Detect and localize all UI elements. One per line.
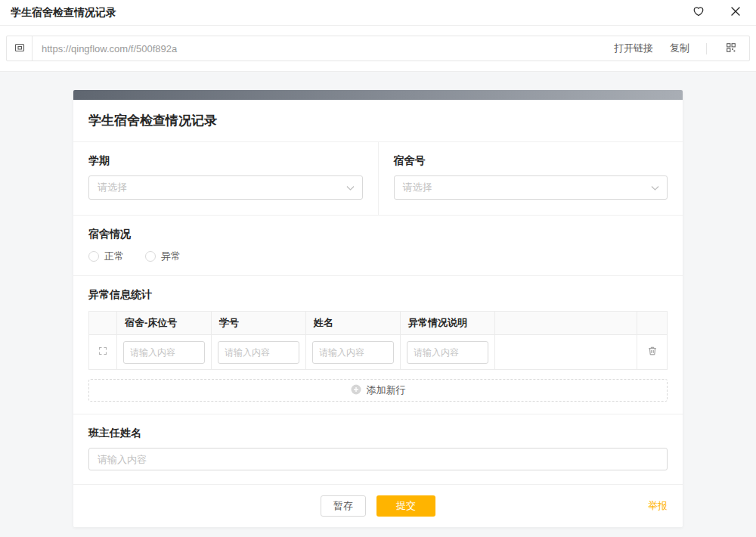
student-id-input[interactable]	[218, 341, 299, 364]
radio-option-abnormal[interactable]: 异常	[145, 250, 181, 263]
row-drag-cell[interactable]	[89, 335, 117, 370]
radio-option-normal[interactable]: 正常	[88, 250, 124, 263]
table-row	[89, 335, 668, 370]
teacher-name-label: 班主任姓名	[88, 427, 668, 440]
radio-label: 异常	[161, 250, 181, 263]
embed-icon	[14, 42, 26, 56]
teacher-name-field: 班主任姓名	[73, 414, 683, 485]
select-fields-row: 学期 请选择 宿舍号 请选择	[73, 142, 683, 216]
form-title-row: 学生宿舍检查情况记录	[73, 100, 683, 142]
bed-input[interactable]	[123, 341, 205, 364]
form-footer: 暂存 提交 举报	[73, 485, 683, 527]
add-row-label: 添加新行	[367, 383, 406, 397]
copy-link-button[interactable]: 复制	[670, 42, 689, 55]
url-actions: 打开链接 复制	[614, 40, 749, 57]
dorm-status-options: 正常 异常	[88, 250, 668, 263]
qr-code-button[interactable]	[723, 40, 739, 57]
dorm-number-field: 宿舍号 请选择	[378, 142, 683, 215]
spacer-cell	[495, 335, 637, 370]
save-draft-button[interactable]: 暂存	[321, 495, 366, 517]
radio-icon	[145, 251, 156, 262]
student-id-cell	[212, 335, 306, 370]
description-cell	[401, 335, 495, 370]
table-header-row: 宿舍-床位号 学号 姓名 异常情况说明	[89, 312, 668, 335]
window-actions	[691, 4, 745, 21]
dorm-number-placeholder: 请选择	[403, 181, 432, 194]
semester-field: 学期 请选择	[73, 142, 378, 215]
report-link[interactable]: 举报	[648, 499, 668, 513]
close-icon	[730, 6, 741, 19]
open-link-button[interactable]: 打开链接	[614, 42, 653, 55]
url-toolbar: https://qingflow.com/f/500f892a 打开链接 复制	[0, 26, 756, 72]
dorm-status-label: 宿舍情况	[88, 228, 668, 241]
radio-label: 正常	[104, 250, 124, 263]
radio-icon	[88, 251, 99, 262]
form-card: 学生宿舍检查情况记录 学期 请选择 宿舍号 请选择	[73, 90, 683, 527]
dorm-status-field: 宿舍情况 正常 异常	[73, 216, 683, 276]
description-input[interactable]	[407, 341, 488, 364]
row-actions-cell	[637, 335, 668, 370]
add-row-button[interactable]: 添加新行	[88, 379, 668, 402]
abnormal-stats-field: 异常信息统计 宿舍-床位号 学号 姓名 异常情况说明	[73, 276, 683, 414]
name-input[interactable]	[312, 341, 394, 364]
trash-icon	[647, 346, 658, 359]
submit-button[interactable]: 提交	[376, 495, 435, 517]
dorm-number-label: 宿舍号	[394, 154, 668, 168]
table-header-handle	[89, 312, 117, 335]
drag-handle-icon	[98, 346, 107, 358]
delete-row-button[interactable]	[646, 344, 659, 360]
table-header-description: 异常情况说明	[401, 312, 495, 335]
form-theme-banner	[73, 90, 683, 100]
form-url[interactable]: https://qingflow.com/f/500f892a	[33, 43, 614, 54]
plus-circle-icon	[351, 384, 361, 397]
dorm-number-select[interactable]: 请选择	[394, 175, 668, 200]
form-title: 学生宿舍检查情况记录	[88, 112, 668, 129]
qr-code-icon	[725, 42, 737, 56]
embed-icon-cell[interactable]	[7, 36, 33, 61]
table-header-student-id: 学号	[212, 312, 306, 335]
table-header-bed: 宿舍-床位号	[117, 312, 212, 335]
table-header-name: 姓名	[306, 312, 401, 335]
heart-icon	[692, 5, 705, 20]
semester-label: 学期	[88, 154, 363, 168]
abnormal-stats-table: 宿舍-床位号 学号 姓名 异常情况说明	[88, 311, 668, 370]
table-header-actions	[637, 312, 668, 335]
semester-placeholder: 请选择	[98, 181, 127, 194]
abnormal-stats-label: 异常信息统计	[88, 288, 668, 302]
chevron-down-icon	[346, 182, 355, 194]
main-area: 学生宿舍检查情况记录 学期 请选择 宿舍号 请选择	[0, 72, 756, 527]
window-titlebar: 学生宿舍检查情况记录	[0, 0, 756, 26]
window-title: 学生宿舍检查情况记录	[11, 6, 116, 20]
bed-cell	[117, 335, 212, 370]
chevron-down-icon	[651, 182, 659, 194]
table-header-spacer	[495, 312, 637, 335]
url-bar: https://qingflow.com/f/500f892a 打开链接 复制	[6, 36, 750, 61]
teacher-name-input[interactable]	[88, 448, 668, 470]
close-button[interactable]	[729, 5, 742, 20]
favorite-button[interactable]	[691, 4, 706, 21]
divider	[706, 43, 707, 54]
semester-select[interactable]: 请选择	[88, 175, 363, 200]
name-cell	[306, 335, 401, 370]
